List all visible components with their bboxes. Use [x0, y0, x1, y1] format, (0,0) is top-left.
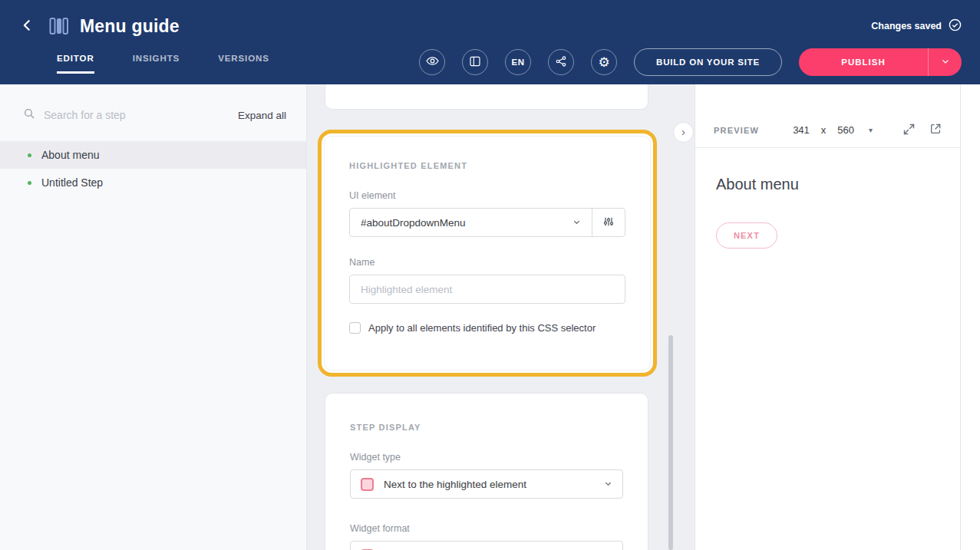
steps-sidebar: Expand all About menu Untitled Step — [0, 84, 307, 550]
settings-button[interactable]: ⚙ — [591, 49, 617, 75]
step-display-card: STEP DISPLAY Widget type Next to the hig… — [325, 393, 648, 550]
highlighted-element-name-input[interactable] — [349, 275, 625, 304]
widget-format-select[interactable] — [350, 541, 623, 550]
language-button[interactable]: EN — [505, 49, 531, 75]
header-tabs: EDITOR INSIGHTS VERSIONS — [57, 54, 269, 74]
sliders-icon — [602, 216, 615, 230]
preview-header: PREVIEW 341 x 560 ▾ — [695, 113, 960, 148]
step-item-untitled-step[interactable]: Untitled Step — [0, 169, 306, 196]
chevron-down-icon — [572, 217, 581, 229]
widget-type-select[interactable]: Next to the highlighted element — [350, 469, 623, 499]
section-title: HIGHLIGHTED ELEMENT — [349, 161, 625, 170]
widget-format-label: Widget format — [350, 523, 623, 534]
widget-type-label: Widget type — [350, 452, 623, 463]
chevron-left-icon — [20, 18, 35, 35]
tab-editor[interactable]: EDITOR — [57, 54, 94, 74]
publish-menu-toggle[interactable] — [928, 48, 962, 76]
changes-saved-label: Changes saved — [871, 21, 942, 31]
preview-panel-title: PREVIEW — [714, 126, 759, 135]
tooltip-widget-icon — [361, 478, 374, 491]
sidebar-search-row: Expand all — [0, 84, 306, 141]
external-link-icon — [929, 123, 942, 137]
step-item-about-menu[interactable]: About menu — [0, 141, 306, 169]
preview-panel: PREVIEW 341 x 560 ▾ — [695, 84, 961, 550]
changes-saved-status: Changes saved — [871, 18, 962, 34]
apply-all-checkbox-label: Apply to all elements identified by this… — [368, 322, 596, 334]
share-button[interactable] — [548, 49, 574, 75]
check-circle-icon — [949, 18, 962, 34]
preview-eye-button[interactable] — [419, 49, 445, 75]
apply-all-checkbox[interactable] — [349, 322, 361, 334]
open-in-new-tab-button[interactable] — [929, 123, 942, 137]
apply-all-checkbox-row: Apply to all elements identified by this… — [349, 322, 625, 334]
highlighted-element-selection-ring: HIGHLIGHTED ELEMENT UI element #aboutDro… — [318, 130, 657, 377]
chevron-down-icon — [604, 477, 612, 491]
header-top-row: Menu guide Changes saved — [0, 0, 980, 43]
step-label: Untitled Step — [41, 176, 103, 189]
highlighted-element-card: HIGHLIGHTED ELEMENT UI element #aboutDro… — [324, 136, 651, 371]
build-on-your-site-button[interactable]: BUILD ON YOUR SITE — [634, 48, 782, 76]
gear-icon: ⚙ — [598, 56, 609, 69]
back-button[interactable] — [18, 16, 37, 37]
preview-width-value: 341 — [793, 124, 810, 136]
name-label: Name — [349, 257, 625, 268]
eye-icon — [426, 54, 439, 70]
page-title: Menu guide — [80, 16, 180, 37]
step-status-dot-icon — [28, 181, 31, 185]
ui-element-select[interactable]: #aboutDropdownMenu — [350, 209, 592, 236]
language-badge: EN — [512, 58, 525, 67]
expand-all-link[interactable]: Expand all — [238, 110, 286, 121]
search-icon — [23, 107, 35, 123]
step-label: About menu — [41, 149, 100, 161]
ui-element-label: UI element — [349, 190, 625, 201]
app-header: Menu guide Changes saved EDITOR INSIGHTS… — [0, 0, 980, 84]
publish-button[interactable]: PUBLISH — [799, 48, 962, 76]
header-actions: EN ⚙ BUILD ON YOUR SITE PUBLISH — [419, 48, 962, 76]
app-window: Menu guide Changes saved EDITOR INSIGHTS… — [0, 0, 980, 550]
chevron-down-icon — [941, 57, 950, 68]
theme-layout-button[interactable] — [462, 49, 488, 75]
app-logo-icon — [49, 17, 69, 35]
section-title: STEP DISPLAY — [350, 423, 623, 432]
preview-fullscreen-button[interactable] — [902, 123, 916, 138]
publish-label[interactable]: PUBLISH — [799, 48, 928, 76]
preview-size-dropdown[interactable]: 341 x 560 ▾ — [793, 124, 873, 136]
step-list: About menu Untitled Step — [0, 141, 306, 196]
step-status-dot-icon — [28, 153, 31, 157]
preview-step-title: About menu — [716, 176, 939, 193]
preview-content: About menu NEXT — [695, 148, 960, 276]
preview-next-button[interactable]: NEXT — [716, 222, 777, 249]
expand-arrows-icon — [902, 123, 916, 138]
preview-height-value: 560 — [837, 124, 854, 136]
editor-scrollbar[interactable] — [668, 335, 673, 550]
tab-insights[interactable]: INSIGHTS — [133, 54, 180, 74]
caret-down-icon: ▾ — [869, 126, 873, 134]
tab-versions[interactable]: VERSIONS — [218, 54, 269, 74]
previous-card-partial — [325, 84, 648, 110]
widget-type-value: Next to the highlighted element — [384, 479, 594, 490]
step-editor-panel: HIGHLIGHTED ELEMENT UI element #aboutDro… — [307, 84, 695, 550]
search-step-input[interactable] — [44, 109, 229, 121]
element-picker-settings-button[interactable] — [592, 209, 625, 236]
share-icon — [555, 55, 567, 70]
preview-size-separator: x — [821, 124, 827, 136]
preview-header-actions — [902, 123, 942, 138]
layout-icon — [469, 55, 481, 70]
ui-element-select-group: #aboutDropdownMenu — [349, 208, 625, 237]
collapse-preview-button[interactable]: › — [673, 122, 694, 143]
ui-element-value: #aboutDropdownMenu — [361, 217, 466, 229]
